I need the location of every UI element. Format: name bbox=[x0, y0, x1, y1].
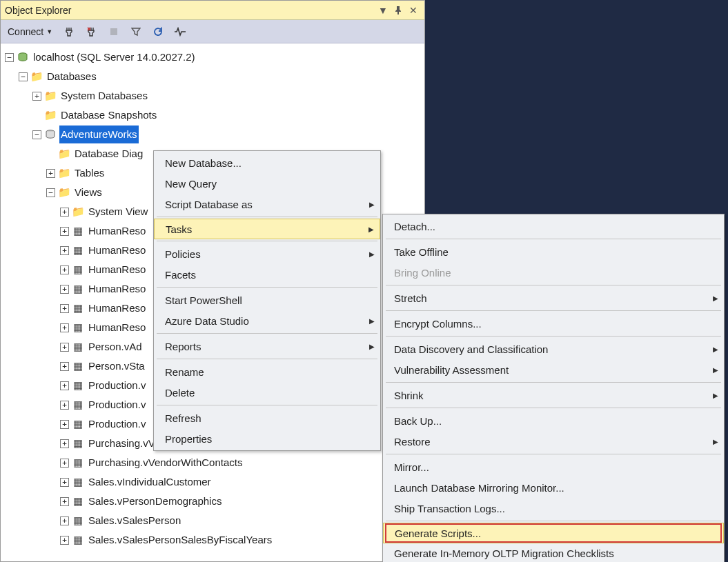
tree-node[interactable]: 📁Database Snapshots bbox=[1, 106, 424, 125]
node-label: HumanReso bbox=[87, 241, 147, 260]
menu-item-encrypt-columns[interactable]: Encrypt Columns... bbox=[383, 313, 724, 334]
node-label: Production.v bbox=[87, 377, 147, 395]
expander-icon[interactable]: + bbox=[46, 169, 55, 178]
menu-item-start-powershell[interactable]: Start PowerShell bbox=[154, 290, 380, 310]
menu-item-properties[interactable]: Properties bbox=[154, 428, 380, 449]
tree-node-server[interactable]: −localhost (SQL Server 14.0.2027.2) bbox=[1, 48, 424, 67]
svg-rect-0 bbox=[110, 28, 117, 35]
expander-icon[interactable]: + bbox=[60, 536, 69, 545]
expander-icon[interactable]: + bbox=[60, 323, 69, 332]
tree-node-adventureworks[interactable]: −AdventureWorks bbox=[1, 125, 424, 144]
menu-item-new-database[interactable]: New Database... bbox=[154, 152, 380, 173]
submenu-arrow-icon: ▶ bbox=[369, 201, 375, 208]
connect-label: Connect bbox=[8, 26, 43, 37]
menu-item-generate-scripts[interactable]: Generate Scripts... bbox=[383, 523, 724, 543]
menu-item-facets[interactable]: Facets bbox=[154, 264, 380, 285]
menu-item-shrink[interactable]: Shrink▶ bbox=[383, 385, 724, 405]
menu-separator bbox=[157, 333, 377, 334]
tree-node[interactable]: +▦Sales.vIndividualCustomer bbox=[1, 472, 424, 492]
node-label: Tables bbox=[73, 164, 106, 183]
expander-icon[interactable]: − bbox=[19, 72, 28, 81]
server-icon bbox=[17, 52, 29, 63]
menu-item-delete[interactable]: Delete bbox=[154, 382, 380, 403]
expander-icon[interactable]: + bbox=[60, 362, 69, 371]
connect-button[interactable]: Connect ▼ bbox=[5, 25, 55, 39]
disconnect-icon[interactable] bbox=[84, 24, 99, 39]
menu-item-azure-data-studio[interactable]: Azure Data Studio▶ bbox=[154, 310, 380, 331]
expander-icon[interactable]: + bbox=[60, 227, 69, 236]
expander-icon[interactable]: − bbox=[32, 130, 41, 139]
expander-icon[interactable]: + bbox=[60, 439, 69, 448]
view-icon: ▦ bbox=[72, 264, 84, 275]
menu-item-vulnerability[interactable]: Vulnerability Assessment▶ bbox=[383, 359, 724, 380]
node-label: Sales.vPersonDemographics bbox=[87, 492, 223, 511]
submenu-arrow-icon: ▶ bbox=[713, 438, 718, 445]
connect-icon[interactable] bbox=[62, 24, 77, 39]
expander-icon[interactable]: − bbox=[46, 188, 55, 197]
menu-item-refresh[interactable]: Refresh bbox=[154, 408, 380, 428]
menu-item-take-offline[interactable]: Take Offline bbox=[383, 241, 724, 262]
menu-item-policies[interactable]: Policies▶ bbox=[154, 243, 380, 264]
menu-item-new-query[interactable]: New Query bbox=[154, 173, 380, 194]
menu-item-back-up[interactable]: Back Up... bbox=[383, 410, 724, 431]
expander-icon[interactable]: + bbox=[60, 497, 69, 506]
menu-item-detach[interactable]: Detach... bbox=[383, 216, 724, 237]
dropdown-icon[interactable]: ▼ bbox=[376, 3, 390, 17]
node-label: Views bbox=[73, 183, 104, 202]
node-label: AdventureWorks bbox=[59, 126, 139, 144]
expander-icon[interactable]: + bbox=[32, 92, 41, 101]
tree-node[interactable]: +▦Sales.vSalesPersonSalesByFiscalYears bbox=[1, 530, 424, 550]
menu-item-reports[interactable]: Reports▶ bbox=[154, 336, 380, 357]
node-label: Person.vSta bbox=[87, 357, 146, 376]
menu-item-bring-online: Bring Online bbox=[383, 262, 724, 283]
expander-icon[interactable]: + bbox=[60, 401, 69, 410]
menu-item-rename[interactable]: Rename bbox=[154, 361, 380, 382]
menu-item-restore[interactable]: Restore▶ bbox=[383, 431, 724, 452]
menu-item-data-discovery[interactable]: Data Discovery and Classification▶ bbox=[383, 339, 724, 359]
expander-icon[interactable]: + bbox=[60, 285, 69, 294]
expander-icon[interactable]: + bbox=[60, 343, 69, 352]
menu-item-launch-mirroring[interactable]: Launch Database Mirroring Monitor... bbox=[383, 477, 724, 498]
folder-icon: 📁 bbox=[58, 168, 70, 179]
view-icon: ▦ bbox=[72, 341, 84, 352]
expander-icon[interactable]: + bbox=[60, 516, 69, 525]
activity-icon[interactable] bbox=[173, 24, 188, 39]
menu-item-generate-inmemory[interactable]: Generate In-Memory OLTP Migration Checkl… bbox=[383, 543, 724, 562]
view-icon: ▦ bbox=[72, 283, 84, 294]
menu-item-script-database[interactable]: Script Database as▶ bbox=[154, 194, 380, 214]
menu-item-ship-logs[interactable]: Ship Transaction Logs... bbox=[383, 498, 724, 519]
tree-node[interactable]: +▦Sales.vSalesPerson bbox=[1, 511, 424, 530]
submenu-arrow-icon: ▶ bbox=[369, 343, 375, 350]
tree-node-databases[interactable]: −📁Databases bbox=[1, 67, 424, 86]
expander-icon[interactable]: + bbox=[60, 265, 69, 274]
view-icon: ▦ bbox=[72, 534, 84, 545]
menu-item-tasks[interactable]: Tasks▶ bbox=[154, 219, 380, 239]
menu-separator bbox=[386, 285, 721, 285]
folder-icon: 📁 bbox=[72, 206, 84, 217]
expander-icon[interactable]: + bbox=[60, 246, 69, 255]
tree-node[interactable]: +▦Sales.vPersonDemographics bbox=[1, 492, 424, 511]
tree-node[interactable]: +▦Purchasing.vVendorWithContacts bbox=[1, 453, 424, 472]
submenu-arrow-icon: ▶ bbox=[369, 317, 375, 325]
submenu-arrow-icon: ▶ bbox=[713, 392, 718, 399]
menu-item-stretch[interactable]: Stretch▶ bbox=[383, 288, 724, 308]
folder-icon: 📁 bbox=[58, 148, 70, 159]
expander-icon[interactable]: + bbox=[60, 304, 69, 313]
submenu-arrow-icon: ▶ bbox=[368, 225, 374, 233]
tree-node[interactable]: +📁System Databases bbox=[1, 86, 424, 106]
menu-item-mirror[interactable]: Mirror... bbox=[383, 456, 724, 477]
expander-icon[interactable]: + bbox=[60, 208, 69, 217]
close-icon[interactable]: ✕ bbox=[406, 3, 420, 17]
expander-icon[interactable]: − bbox=[5, 53, 14, 62]
folder-icon: 📁 bbox=[44, 90, 57, 101]
node-label: HumanReso bbox=[87, 319, 147, 337]
expander-icon[interactable]: + bbox=[60, 381, 69, 390]
expander-icon[interactable]: + bbox=[60, 478, 69, 487]
filter-icon[interactable] bbox=[128, 24, 144, 39]
expander-icon[interactable]: + bbox=[60, 420, 69, 429]
refresh-icon[interactable] bbox=[150, 24, 166, 39]
expander-icon[interactable]: + bbox=[60, 459, 69, 468]
folder-icon: 📁 bbox=[30, 71, 43, 82]
pin-icon[interactable] bbox=[391, 3, 405, 17]
node-label: Sales.vSalesPerson bbox=[87, 512, 182, 530]
